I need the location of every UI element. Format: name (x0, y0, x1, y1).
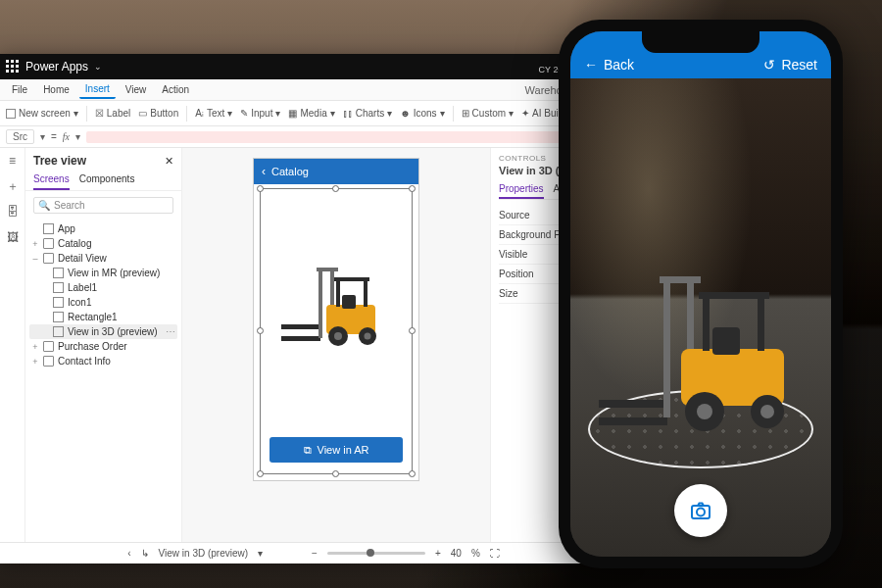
status-selected-control[interactable]: View in 3D (preview) (159, 548, 249, 559)
camera-shutter-button[interactable] (674, 484, 727, 537)
tree-node[interactable]: View in MR (preview) (29, 266, 177, 280)
tree-node[interactable]: View in 3D (preview)⋯ (29, 324, 177, 339)
rail-tree-icon[interactable]: ≡ (6, 154, 20, 168)
tree-node[interactable]: Icon1 (29, 295, 177, 310)
menu-action[interactable]: Action (156, 81, 195, 98)
rail-insert-icon[interactable]: ＋ (6, 179, 20, 193)
tab-properties[interactable]: Properties (499, 180, 544, 199)
ribbon-text[interactable]: Aᵢ Text ▾ (195, 108, 232, 119)
ribbon-media[interactable]: ▦ Media ▾ (288, 108, 334, 119)
menu-file[interactable]: File (6, 81, 33, 98)
menu-home[interactable]: Home (37, 81, 75, 98)
phone-notch (642, 31, 760, 53)
preview-title: Catalog (271, 166, 309, 177)
left-rail: ≡ ＋ 🗄 🖼 (0, 148, 25, 542)
tree-node[interactable]: App (29, 221, 177, 236)
tree-node[interactable]: +Purchase Order (29, 339, 177, 354)
ribbon-custom[interactable]: ⊞ Custom ▾ (462, 108, 514, 119)
menubar: File Home Insert View Action Warehousing… (0, 79, 627, 101)
phone-device: ← Back ↺ Reset (559, 20, 843, 568)
svg-rect-20 (703, 296, 710, 351)
formula-input[interactable] (86, 131, 621, 143)
forklift-3d-model (277, 258, 395, 356)
ribbon-new-screen[interactable]: New screen▾ (6, 108, 78, 119)
reset-icon: ↺ (763, 57, 775, 73)
rail-media-icon[interactable]: 🖼 (6, 230, 20, 244)
menu-view[interactable]: View (120, 81, 153, 98)
status-bar: ‹ ↳ View in 3D (preview) ▾ − + 40 % ⛶ (0, 542, 627, 564)
ar-reset-button[interactable]: ↺ Reset (763, 57, 817, 73)
powerapps-editor-window: Power Apps ⌄ Environment CY 20.6 Deux (o… (0, 54, 627, 564)
preview-back-icon[interactable]: ‹ (262, 165, 266, 178)
tree-node[interactable]: Rectangle1 (29, 310, 177, 324)
fit-to-window-icon[interactable]: ⛶ (490, 548, 500, 559)
svg-rect-14 (599, 400, 667, 408)
svg-rect-22 (699, 292, 769, 299)
status-left-chevron-icon[interactable]: ‹ (127, 548, 130, 559)
tab-screens[interactable]: Screens (33, 170, 70, 190)
ribbon-input[interactable]: ✎ Input ▾ (240, 108, 280, 119)
tree-view-title: Tree view (33, 154, 86, 168)
preview-header: ‹ Catalog (254, 159, 418, 184)
resize-handle[interactable] (409, 185, 416, 192)
app-name: Power Apps (25, 60, 88, 74)
ribbon-icons[interactable]: ☻ Icons ▾ (400, 108, 444, 119)
svg-point-26 (697, 404, 712, 419)
tree-view-pane: Tree view ✕ Screens Components 🔍 Search … (25, 148, 182, 542)
tree-node[interactable]: Label1 (29, 280, 177, 295)
ar-back-label: Back (604, 57, 634, 73)
design-canvas[interactable]: ‹ Catalog (182, 148, 490, 542)
menu-insert[interactable]: Insert (79, 80, 116, 99)
ribbon-charts[interactable]: ⫿⫿ Charts ▾ (343, 108, 392, 119)
svg-rect-16 (663, 280, 670, 417)
zoom-in-button[interactable]: + (435, 548, 441, 559)
svg-point-12 (334, 332, 342, 340)
svg-rect-8 (334, 277, 369, 281)
app-preview[interactable]: ‹ Catalog (253, 158, 419, 481)
tree-search-input[interactable]: 🔍 Search (33, 197, 173, 214)
tab-components[interactable]: Components (79, 170, 135, 190)
tree-node[interactable]: +Catalog (29, 236, 177, 251)
resize-handle[interactable] (409, 327, 416, 334)
svg-rect-2 (318, 270, 322, 338)
svg-rect-4 (317, 268, 338, 271)
tree-node[interactable]: +Contact Info (29, 354, 177, 368)
resize-handle[interactable] (332, 470, 339, 477)
svg-rect-21 (758, 296, 764, 351)
resize-handle[interactable] (257, 185, 264, 192)
app-launcher-icon[interactable] (6, 60, 20, 74)
svg-rect-15 (599, 417, 667, 425)
property-selector[interactable]: Src (6, 129, 34, 144)
view-in-ar-button[interactable]: ⧉ View in AR (270, 437, 403, 463)
ribbon-label[interactable]: ☒ Label (95, 108, 130, 119)
zoom-out-button[interactable]: − (312, 548, 318, 559)
resize-handle[interactable] (257, 470, 264, 477)
svg-rect-1 (281, 336, 320, 341)
search-icon: 🔍 (38, 200, 50, 211)
ar-back-button[interactable]: ← Back (584, 57, 634, 73)
ar-forklift-model[interactable] (593, 263, 808, 449)
svg-point-27 (760, 405, 774, 418)
svg-rect-7 (364, 279, 368, 307)
svg-rect-6 (336, 279, 340, 307)
arrow-left-icon: ← (584, 57, 598, 73)
svg-rect-9 (342, 295, 356, 309)
phone-screen: ← Back ↺ Reset (570, 31, 831, 557)
resize-handle[interactable] (332, 185, 339, 192)
svg-point-13 (365, 332, 371, 339)
resize-handle[interactable] (409, 470, 416, 477)
rail-data-icon[interactable]: 🗄 (6, 205, 20, 219)
formula-bar: Src ▾ = fx ▾ (0, 126, 627, 148)
zoom-slider[interactable] (327, 552, 425, 555)
camera-icon (689, 499, 712, 522)
zoom-percent: % (471, 548, 480, 559)
ar-cube-icon: ⧉ (304, 444, 312, 457)
ar-reset-label: Reset (781, 57, 817, 73)
svg-rect-23 (712, 327, 740, 355)
equals-label: = (51, 131, 57, 142)
resize-handle[interactable] (257, 327, 264, 334)
tree-view-close-icon[interactable]: ✕ (165, 155, 173, 168)
tree-node[interactable]: –Detail View (29, 251, 177, 266)
app-menu-chevron-icon[interactable]: ⌄ (94, 62, 102, 72)
ribbon-button[interactable]: ▭ Button (138, 108, 178, 119)
